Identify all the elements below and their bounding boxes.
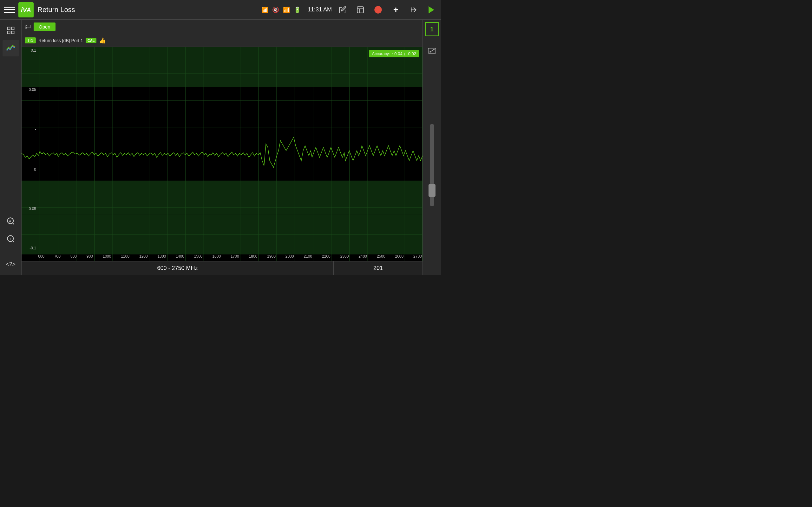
x-label-2400: 2400 [358,254,367,259]
x-label-2100: 2100 [304,254,312,259]
x-label-2000: 2000 [286,254,294,259]
header: iVA Return Loss 📶 🔇 📶 🔋 11:31 AM [0,0,441,20]
svg-rect-9 [7,31,10,34]
slider-container[interactable] [423,58,441,273]
svg-marker-6 [428,6,434,13]
x-label-1400: 1400 [176,254,184,259]
x-label-1200: 1200 [139,254,148,259]
sidebar-help-button[interactable]: <?> [3,256,19,273]
x-label-2600: 2600 [395,254,404,259]
svg-text:1: 1 [9,237,11,241]
svg-rect-7 [7,27,10,30]
tag-icon: 🏷 [25,23,31,31]
x-label-1100: 1100 [121,254,130,259]
wifi-icon: 📶 [283,6,290,13]
x-label-2700: 2700 [413,254,422,259]
point-count: 201 [334,262,422,275]
trace-bar: Tr1 Return loss [dB] Port 1 CAL 👍 [21,34,422,47]
toolbar: 🏷 Open [21,20,422,34]
svg-point-3 [374,6,382,13]
x-label-2300: 2300 [340,254,349,259]
chart-area: 0.1 0.05 · 0 -0.05 -0.1 600 700 800 900 … [21,47,422,261]
bottom-bar: 600 - 2750 MHz 201 [21,261,422,275]
svg-rect-10 [11,31,14,34]
x-label-1000: 1000 [103,254,111,259]
svg-line-18 [430,49,434,52]
channel-badge[interactable]: 1 [425,22,439,36]
battery-icon: 🔋 [294,6,301,13]
x-label-1500: 1500 [194,254,203,259]
sidebar-search-1-button[interactable]: 1 [3,231,19,247]
main-content: 🏷 Open Tr1 Return loss [dB] Port 1 CAL 👍 [21,20,422,275]
sidebar-search-a-button[interactable]: A [3,213,19,229]
x-axis: 600 700 800 900 1000 1100 1200 1300 1400… [38,251,422,261]
add-button[interactable]: + [390,4,402,15]
trace-id-label: Tr1 [25,38,36,43]
x-label-1600: 1600 [212,254,221,259]
svg-rect-8 [11,27,14,30]
x-label-2500: 2500 [377,254,386,259]
svg-point-20 [433,49,435,50]
chart-svg [21,47,422,261]
slider-thumb[interactable] [428,184,436,197]
svg-point-19 [429,51,431,53]
svg-point-11 [7,218,13,224]
menu-button[interactable] [4,4,15,15]
frequency-range: 600 - 2750 MHz [21,262,334,275]
x-label-2200: 2200 [322,254,331,259]
x-label-600: 600 [38,254,44,259]
x-label-1900: 1900 [267,254,275,259]
app-title: Return Loss [38,6,261,14]
x-label-1800: 1800 [249,254,258,259]
calibration-icon[interactable] [425,44,439,58]
sidebar-chart-button[interactable] [3,40,19,56]
open-button[interactable]: Open [34,22,55,31]
left-sidebar: A 1 <?> [0,20,21,275]
svg-line-12 [12,223,14,224]
x-label-1300: 1300 [158,254,166,259]
header-icons: + [337,4,437,15]
right-sidebar: 1 [422,20,441,275]
trace-info: Return loss [dB] Port 1 [38,38,83,43]
muted-icon: 🔇 [272,6,279,13]
x-label-800: 800 [70,254,77,259]
record-button[interactable] [372,4,384,15]
edit-button[interactable] [337,4,348,15]
svg-text:A: A [9,219,11,223]
thumbs-up-icon: 👍 [99,37,106,44]
logo: iVA [18,2,34,17]
svg-rect-0 [357,7,363,13]
slider-track [430,124,434,206]
right-sidebar-top: 1 [425,22,439,58]
cal-badge: CAL [86,38,97,43]
bluetooth-icon: 📶 [261,6,268,13]
layers-button[interactable] [355,4,366,15]
play-button[interactable] [426,4,437,15]
svg-line-15 [12,240,14,242]
x-label-900: 900 [87,254,93,259]
logo-text: iVA [21,7,31,13]
sidebar-grid-button[interactable] [3,22,19,39]
accuracy-badge: Accuracy: ↑ 0.04 ↓ -0.02 [369,50,419,57]
x-label-1700: 1700 [231,254,239,259]
arrow-button[interactable] [408,4,419,15]
x-label-700: 700 [54,254,61,259]
time-display: 11:31 AM [308,6,332,13]
svg-point-14 [7,236,13,242]
